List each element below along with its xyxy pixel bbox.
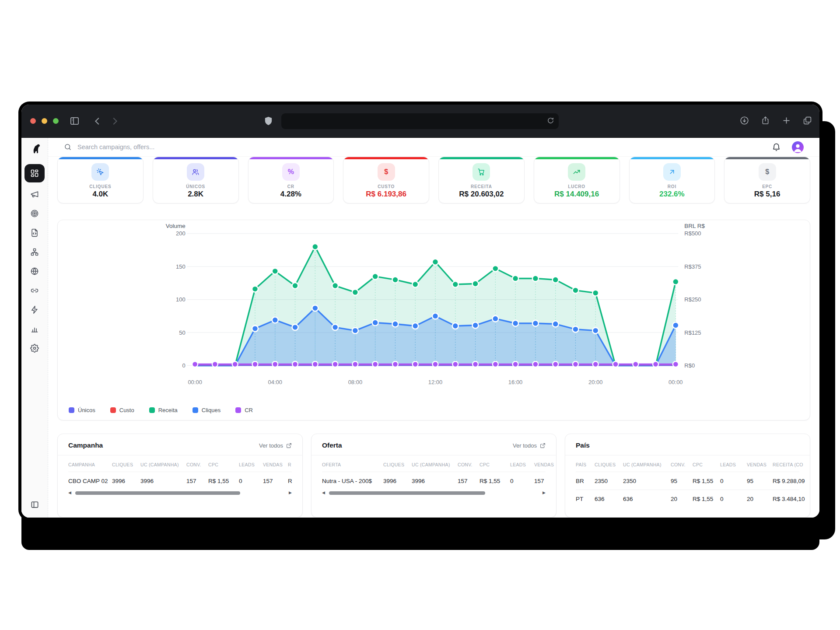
view-all-link[interactable]: Ver todos [513,442,546,449]
svg-text:12:00: 12:00 [428,379,442,385]
svg-text:16:00: 16:00 [508,379,522,385]
back-button[interactable] [93,116,102,126]
view-all-link[interactable]: Ver todos [259,442,292,449]
kpi-card-epc: $EPCR$ 5,16 [724,157,810,203]
sidebar-item-sitemap[interactable] [25,245,44,259]
kpi-label: EPC [762,184,772,189]
table-cell: BR [576,472,595,490]
column-header: CLIQUES [383,455,412,472]
table-cell: 0 [720,490,747,508]
privacy-shield-icon[interactable] [263,116,273,126]
kpi-value: R$ 5,16 [754,190,780,199]
table-card-header: País [565,434,810,455]
table-header-row: CAMPANHACLIQUESUC (CAMPANHA)CONV.CPCLEAD… [68,455,292,472]
scroll-left-icon[interactable]: ◀ [322,491,325,495]
svg-text:50: 50 [179,329,185,336]
legend-item-cliques[interactable]: Cliques [192,407,220,413]
scroll-right-icon[interactable]: ▶ [289,491,292,495]
kpi-accent-bar [343,157,429,159]
view-all-label: Ver todos [259,442,283,449]
table-cell: 0 [720,472,747,490]
tab-overview-icon[interactable] [803,116,812,125]
column-header: R [288,455,303,472]
column-header: CLIQUES [595,455,623,472]
sidebar-item-bar-chart[interactable] [25,322,44,336]
search-input[interactable]: Search campaigns, offers... [77,144,772,150]
forward-button[interactable] [110,116,119,126]
close-button[interactable] [30,118,36,124]
notifications-bell-icon[interactable] [772,143,781,152]
table-cell: R$ 1,55 [693,472,720,490]
zoom-button[interactable] [53,118,59,124]
scrollbar-track[interactable] [328,491,539,495]
sidebar-item-gear[interactable] [25,341,44,356]
table: PAÍSCLIQUESUC (CAMPANHA)CONV.CPCLEADSVEN… [565,455,810,508]
app-sidebar [21,138,48,518]
legend-label: Receita [158,407,178,413]
table-header-row: PAÍSCLIQUESUC (CAMPANHA)CONV.CPCLEADSVEN… [576,455,799,472]
table-card-campanha: CampanhaVer todosCAMPANHACLIQUESUC (CAMP… [57,434,303,518]
sidebar-item-globe[interactable] [25,264,44,279]
kpi-value: R$ 14.409,16 [554,190,599,199]
legend-swatch [192,407,198,413]
legend-item-cr[interactable]: CR [235,407,253,413]
scroll-right-icon[interactable]: ▶ [542,491,546,495]
table-cell: 157 [186,472,208,490]
external-link-icon [286,443,292,448]
scrollbar-thumb[interactable] [75,491,240,495]
new-tab-plus-icon[interactable] [782,116,791,125]
reload-icon[interactable] [547,117,554,126]
sidebar-item-megaphone[interactable] [25,187,44,202]
legend-item-receita[interactable]: Receita [149,407,178,413]
kpi-accent-bar [153,157,238,159]
share-icon[interactable] [761,116,770,125]
column-header: UC (CAMPANHA) [623,455,671,472]
search-bar[interactable]: Search campaigns, offers... [64,143,772,151]
kpi-card-custo: $CUSTOR$ 6.193,86 [343,157,429,203]
sidebar-item-link[interactable] [25,283,44,298]
scrollbar-thumb[interactable] [329,491,486,495]
sidebar-collapse-icon[interactable] [31,500,39,510]
sidebar-item-layout-dashboard[interactable] [24,164,45,182]
app-header: Search campaigns, offers... [48,138,819,157]
svg-text:00:00: 00:00 [668,379,682,385]
svg-text:R$375: R$375 [684,263,701,270]
column-header: CPC [480,455,510,472]
legend-item-únicos[interactable]: Únicos [69,407,95,413]
user-avatar[interactable] [792,141,804,153]
sidebar-item-file-code[interactable] [25,225,44,240]
horizontal-scrollbar[interactable]: ◀▶ [68,491,292,495]
legend-item-custo[interactable]: Custo [110,407,134,413]
table-card-oferta: OfertaVer todosOFERTACLIQUESUC (CAMPANHA… [311,434,556,518]
kpi-label: RECEITA [471,184,492,189]
scroll-left-icon[interactable]: ◀ [68,491,71,495]
table-row: PT63663620R$ 1,55020R$ 3.484,10 [576,490,799,508]
column-header: PAÍS [576,455,595,472]
svg-text:BRL R$: BRL R$ [684,223,705,229]
scrollbar-track[interactable] [74,491,286,495]
column-header: VENDAS [263,455,288,472]
legend-label: Custo [119,407,134,413]
address-bar[interactable] [281,113,559,129]
kpi-accent-bar [534,157,620,159]
sidebar-item-target[interactable] [25,206,44,221]
minimize-button[interactable] [42,118,47,124]
dog-logo-icon[interactable] [29,143,41,155]
table-cell: 636 [623,490,671,508]
kpi-row: CLIQUES4.0KÚNICOS2.8K%CR4.28%$CUSTOR$ 6.… [57,157,810,203]
horizontal-scrollbar[interactable]: ◀▶ [322,491,546,495]
table-row: CBO CAMP 0239963996157R$ 1,550157R [68,472,292,490]
sidebar-item-zap[interactable] [25,302,44,317]
column-header: UC (CAMPANHA) [412,455,458,472]
table-cell: 0 [239,472,263,490]
svg-text:Volume: Volume [166,223,186,229]
download-icon[interactable] [740,116,749,125]
svg-text:00:00: 00:00 [188,379,202,385]
trending-up-icon [568,163,585,181]
svg-text:R$250: R$250 [684,296,701,303]
sidebar-toggle-icon[interactable] [70,116,80,126]
svg-text:0: 0 [182,362,185,369]
table-cell: Nutra - USA - 200$ [322,472,383,490]
column-header: RECEITA (CO [773,455,810,472]
table-cell: 0 [510,472,534,490]
